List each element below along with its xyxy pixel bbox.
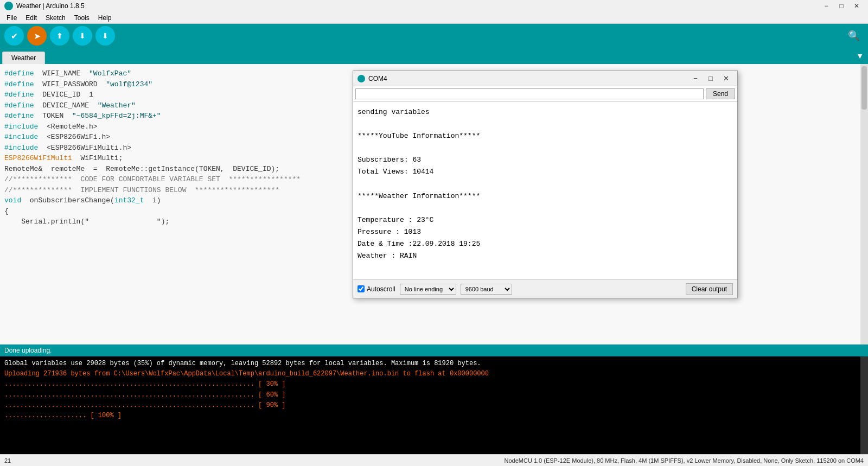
com-input-row: Send xyxy=(353,86,737,102)
main-scrollbar[interactable] xyxy=(860,64,868,344)
autoscroll-text: Autoscroll xyxy=(367,285,395,293)
com-dialog: COM4 − □ ✕ Send sending variables *****Y… xyxy=(353,71,738,298)
clear-output-button[interactable]: Clear output xyxy=(686,283,733,295)
tab-dropdown-button[interactable]: ▼ xyxy=(852,48,868,64)
window-title: Weather | Arduino 1.8.5 xyxy=(16,2,85,10)
console-line: Global variables use 29028 bytes (35%) o… xyxy=(4,359,864,369)
board-info: NodeMCU 1.0 (ESP-12E Module), 80 MHz, Fl… xyxy=(505,457,864,464)
menu-sketch[interactable]: Sketch xyxy=(41,13,70,23)
toolbar: ✔ ➤ ⬆ ⬇ ⬇ 🔍 xyxy=(0,24,868,48)
verify-button[interactable]: ✔ xyxy=(4,26,24,46)
menu-tools[interactable]: Tools xyxy=(70,13,94,23)
tabbar: Weather ▼ xyxy=(0,48,868,64)
autoscroll-checkbox[interactable] xyxy=(358,285,365,292)
com-output: sending variables *****YouTube Informati… xyxy=(353,102,737,279)
scroll-thumb xyxy=(861,66,867,110)
titlebar: Weather | Arduino 1.8.5 − □ ✕ xyxy=(0,0,868,12)
maximize-button[interactable]: □ xyxy=(834,1,848,11)
app-icon xyxy=(4,2,13,10)
console-scrollbar[interactable] xyxy=(860,356,868,454)
com-close-button[interactable]: ✕ xyxy=(719,73,733,84)
com-titlebar: COM4 − □ ✕ xyxy=(353,71,737,86)
com-output-line: *****Weather Information***** xyxy=(358,190,733,202)
titlebar-left: Weather | Arduino 1.8.5 xyxy=(4,2,85,10)
minimize-button[interactable]: − xyxy=(819,1,833,11)
com-output-line: Subscribers: 63 xyxy=(358,154,733,166)
new-button[interactable]: ⬆ xyxy=(50,26,69,46)
com-input[interactable] xyxy=(355,88,704,99)
upload-button[interactable]: ➤ xyxy=(27,26,47,46)
com-maximize-button[interactable]: □ xyxy=(704,73,718,84)
menu-edit[interactable]: Edit xyxy=(21,13,41,23)
com-title-text: COM4 xyxy=(368,75,688,82)
search-button[interactable]: 🔍 xyxy=(844,26,864,46)
com-minimize-button[interactable]: − xyxy=(688,73,703,84)
com-output-line: sending variables xyxy=(358,106,733,118)
com-output-line xyxy=(358,142,733,154)
autoscroll-label[interactable]: Autoscroll xyxy=(358,285,395,293)
com-titlebar-buttons: − □ ✕ xyxy=(688,73,733,84)
console-line: Uploading 271936 bytes from C:\Users\Wol… xyxy=(4,369,864,379)
com-output-line xyxy=(358,202,733,214)
com-output-line: Weather : RAIN xyxy=(358,250,733,262)
status-bar: Done uploading. xyxy=(0,344,868,356)
close-button[interactable]: ✕ xyxy=(850,1,864,11)
save-button[interactable]: ⬇ xyxy=(95,26,115,46)
com-footer: Autoscroll No line ending Newline Carria… xyxy=(353,279,737,298)
line-col: 21 xyxy=(4,457,11,464)
console-area: Global variables use 29028 bytes (35%) o… xyxy=(0,356,868,454)
tab-weather[interactable]: Weather xyxy=(2,52,45,64)
com-output-line: Temperature : 23°C xyxy=(358,214,733,226)
open-button[interactable]: ⬇ xyxy=(73,26,92,46)
menubar: File Edit Sketch Tools Help xyxy=(0,12,868,24)
console-line: ..................... [ 100% ] xyxy=(4,411,864,421)
bottom-status: 21 NodeMCU 1.0 (ESP-12E Module), 80 MHz,… xyxy=(0,454,868,466)
status-text: Done uploading. xyxy=(4,347,52,354)
com-output-line: Total Views: 10414 xyxy=(358,166,733,178)
com-output-line xyxy=(358,178,733,190)
com-output-line: Pressure : 1013 xyxy=(358,226,733,238)
baud-rate-select[interactable]: 300 baud 1200 baud 2400 baud 4800 baud 9… xyxy=(461,284,512,295)
com-title-icon xyxy=(358,75,365,82)
menu-help[interactable]: Help xyxy=(94,13,116,23)
line-ending-select[interactable]: No line ending Newline Carriage return B… xyxy=(400,284,456,295)
com-output-line: *****YouTube Information***** xyxy=(358,130,733,142)
console-line: ........................................… xyxy=(4,390,864,400)
com-output-line xyxy=(358,118,733,130)
console-line: ........................................… xyxy=(4,400,864,411)
titlebar-controls: − □ ✕ xyxy=(819,1,864,11)
console-line: ........................................… xyxy=(4,379,864,390)
com-output-line: Date & Time :22.09.2018 19:25 xyxy=(358,238,733,250)
menu-file[interactable]: File xyxy=(2,13,21,23)
com-send-button[interactable]: Send xyxy=(706,88,735,99)
